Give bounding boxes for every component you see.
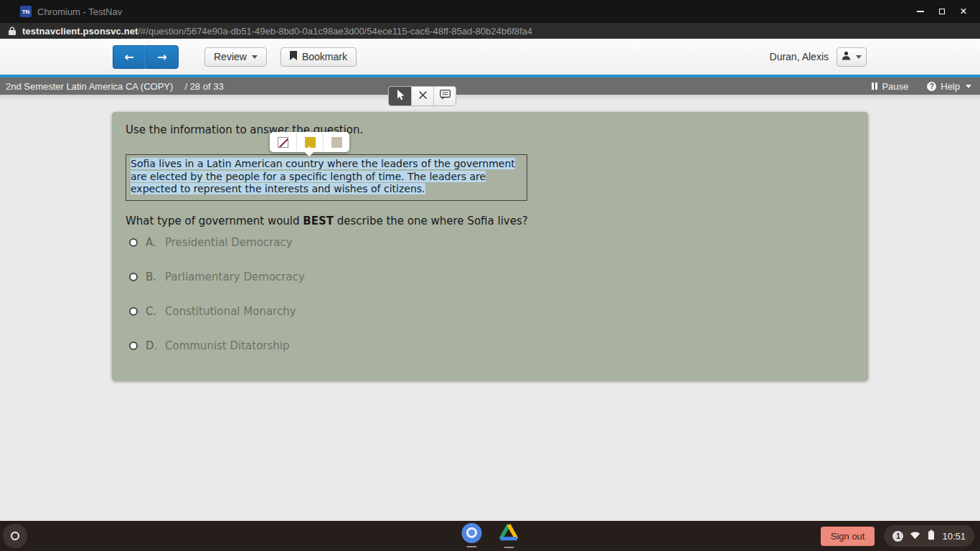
window-controls: ×	[910, 0, 974, 23]
chromium-icon	[462, 523, 482, 543]
url-domain: testnavclient.psonsvc.net	[22, 26, 138, 37]
option-b-text: Parliamentary Democracy	[165, 270, 305, 283]
close-button[interactable]: ×	[953, 0, 974, 23]
remove-highlight-icon	[278, 137, 288, 148]
user-icon	[842, 51, 851, 62]
active-app-indicator	[504, 547, 514, 548]
shelf-apps	[462, 523, 519, 548]
answer-eliminator-tool-button[interactable]	[411, 87, 433, 105]
chevron-down-icon	[252, 55, 258, 59]
question-card: Use the information to answer the questi…	[112, 112, 868, 381]
tan-highlight-icon	[331, 137, 342, 148]
google-drive-app-button[interactable]	[499, 523, 519, 548]
google-drive-icon	[499, 523, 519, 544]
option-b-letter: B.	[146, 270, 160, 283]
progress-count: 28 of 33	[190, 81, 224, 92]
user-name: Duran, Alexis	[770, 51, 829, 62]
option-a-text: Presidential Democracy	[165, 236, 293, 249]
notepad-icon	[440, 90, 451, 103]
remove-highlight-button[interactable]	[270, 133, 296, 151]
option-a-radio[interactable]	[129, 238, 138, 247]
question-prompt-bold: BEST	[303, 215, 334, 227]
system-tray[interactable]: 1 10:51	[884, 525, 974, 547]
review-label: Review	[214, 51, 247, 62]
window-titlebar: TN Chromium - TestNav ×	[0, 0, 980, 23]
launcher-button[interactable]	[3, 524, 27, 548]
wifi-icon	[910, 529, 920, 542]
review-dropdown-button[interactable]: Review	[204, 47, 267, 67]
help-label: Help	[941, 81, 960, 92]
close-icon: ×	[960, 6, 966, 17]
url-path: /#/question/5674e90a-db51-49eb-8bd0-0a1c…	[138, 26, 532, 37]
window-title: Chromium - TestNav	[37, 6, 122, 17]
active-app-indicator	[467, 546, 477, 547]
yellow-highlight-button[interactable]	[296, 133, 323, 151]
testnav-toolbar: ← → Review Bookmark Duran, Alexis	[0, 39, 980, 75]
minimize-icon	[917, 11, 924, 12]
question-progress: / 28 of 33	[184, 81, 223, 92]
bookmark-label: Bookmark	[302, 51, 347, 62]
answer-tools-group	[388, 86, 456, 106]
testbar-right: Pause ? Help	[872, 81, 971, 92]
sign-out-button[interactable]: Sign out	[821, 527, 875, 546]
option-c[interactable]: C. Constitutional Monarchy	[129, 306, 305, 317]
option-c-radio[interactable]	[129, 307, 138, 316]
pointer-icon	[396, 90, 405, 103]
clock: 10:51	[942, 531, 966, 542]
option-b-radio[interactable]	[129, 273, 138, 281]
progress-separator: /	[184, 81, 187, 92]
chevron-down-icon	[966, 85, 971, 88]
pointer-tool-button[interactable]	[389, 87, 411, 105]
system-shelf: Sign out 1 10:51	[0, 521, 980, 551]
tan-highlight-button[interactable]	[323, 133, 349, 151]
restore-icon	[939, 9, 945, 14]
next-question-button[interactable]: →	[146, 45, 179, 69]
lock-icon	[9, 27, 16, 35]
user-menu-button[interactable]	[837, 47, 867, 67]
notification-badge: 1	[892, 531, 903, 542]
user-area: Duran, Alexis	[770, 39, 867, 75]
testnav-favicon: TN	[20, 6, 32, 17]
passage-text-selected[interactable]: Sofia lives in a Latin American country …	[131, 158, 515, 194]
bookmark-icon	[290, 51, 297, 62]
previous-question-button[interactable]: ←	[113, 45, 146, 69]
help-icon: ?	[927, 82, 936, 91]
option-a-letter: A.	[146, 236, 160, 249]
passage-box: Sofia lives in a Latin American country …	[126, 154, 527, 201]
test-progress-bar: 2nd Semester Latin America CA (COPY) / 2…	[0, 77, 980, 95]
option-b[interactable]: B. Parliamentary Democracy	[129, 271, 305, 283]
option-c-letter: C.	[146, 305, 160, 318]
bookmark-button[interactable]: Bookmark	[281, 47, 357, 67]
pause-label: Pause	[882, 81, 908, 92]
option-d-radio[interactable]	[129, 342, 138, 350]
pause-button[interactable]: Pause	[872, 81, 908, 92]
chevron-down-icon	[856, 55, 862, 59]
option-d[interactable]: D. Communist Ditatorship	[129, 340, 305, 352]
option-d-text: Communist Ditatorship	[165, 339, 290, 352]
notepad-tool-button[interactable]	[433, 87, 456, 105]
question-page: Use the information to answer the questi…	[0, 95, 980, 521]
help-menu-button[interactable]: ? Help	[927, 81, 971, 92]
battery-icon	[927, 529, 936, 543]
question-prompt: What type of government would BEST descr…	[126, 215, 528, 227]
test-name: 2nd Semester Latin America CA (COPY)	[6, 81, 173, 92]
shelf-status-area: Sign out 1 10:51	[821, 521, 974, 551]
question-nav-group: ← →	[113, 45, 179, 69]
option-d-letter: D.	[146, 339, 160, 352]
option-c-text: Constitutional Monarchy	[165, 305, 296, 318]
chromium-app-button[interactable]	[462, 523, 482, 548]
yellow-highlight-icon	[305, 137, 316, 148]
highlighter-popup	[270, 132, 349, 152]
option-a[interactable]: A. Presidential Democracy	[129, 237, 305, 248]
address-bar[interactable]: testnavclient.psonsvc.net/#/question/567…	[0, 23, 980, 39]
x-icon	[418, 90, 428, 103]
restore-button[interactable]	[931, 0, 953, 23]
pause-icon	[872, 83, 877, 90]
launcher-icon	[11, 532, 19, 540]
minimize-button[interactable]	[910, 0, 931, 23]
answer-options: A. Presidential Democracy B. Parliamenta…	[129, 237, 305, 375]
